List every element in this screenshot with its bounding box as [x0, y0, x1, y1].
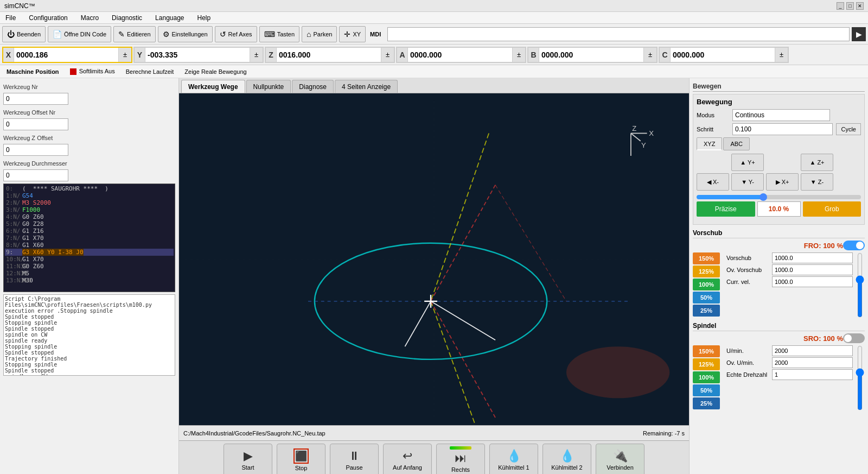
coord-b-plusminus[interactable]: ± — [643, 48, 656, 62]
gcode-line[interactable]: 7:N/G1 X70 — [5, 235, 174, 242]
echte-drehzahl-input[interactable] — [772, 369, 853, 380]
x-minus-button[interactable]: ◀ X- — [697, 173, 729, 191]
x-plus-button[interactable]: ▶ X+ — [766, 173, 799, 191]
vorschub-input[interactable] — [772, 252, 853, 263]
rechts-button[interactable]: ⏭ Rechts — [436, 444, 485, 475]
parken-button[interactable]: ⌂ Parken — [302, 26, 337, 42]
ref-axes-button[interactable]: ↺ Ref Axes — [215, 26, 257, 42]
menu-macro[interactable]: Macro — [78, 13, 102, 23]
menu-help[interactable]: Help — [194, 13, 214, 23]
coord-c-plusminus[interactable]: ± — [775, 48, 788, 62]
gcode-line[interactable]: 6:N/G1 Z16 — [5, 227, 174, 235]
maximize-button[interactable]: □ — [846, 2, 854, 10]
coolant1-icon: 💧 — [507, 449, 521, 463]
menu-diagnostic[interactable]: Diagnostic — [108, 13, 145, 23]
gcode-line[interactable]: 2:N/M3 S2000 — [5, 199, 174, 206]
berechne-laufzeit-btn[interactable]: Berechne Laufzeit — [124, 68, 176, 75]
menu-file[interactable]: File — [2, 13, 19, 23]
coord-z-plusminus[interactable]: ± — [381, 48, 394, 62]
vorschub-slider[interactable] — [855, 252, 865, 318]
zeige-reale-bewegung-btn[interactable]: Zeige Reale Bewegung — [182, 68, 248, 75]
umin-input[interactable] — [772, 345, 853, 356]
z-minus-button[interactable]: ▼ Z- — [801, 173, 833, 191]
spindel-50-button[interactable]: 50% — [693, 384, 720, 396]
close-button[interactable]: ✕ — [856, 2, 864, 10]
pause-button[interactable]: ⏸ Pause — [330, 444, 379, 475]
speed-slider[interactable] — [697, 195, 861, 199]
offne-din-code-button[interactable]: 📄 Öffne DIN Code — [48, 26, 111, 42]
gcode-line[interactable]: 12:N35M5 — [5, 270, 174, 277]
kuhlmittel1-button[interactable]: 💧 Kühlmittel 1 — [489, 444, 538, 475]
ov-vorschub-input[interactable] — [772, 264, 853, 275]
vorschub-25-button[interactable]: 25% — [693, 305, 720, 317]
viewport[interactable]: Z X Y — [179, 93, 689, 425]
softlimits-btn[interactable]: Softlimits Aus — [68, 67, 117, 75]
start-button[interactable]: ▶ Start — [224, 444, 272, 475]
vorschub-50-button[interactable]: 50% — [693, 292, 720, 304]
spindel-150-button[interactable]: 150% — [693, 345, 720, 357]
sro-toggle[interactable] — [843, 333, 865, 343]
stop-button[interactable]: ⬛ Stop — [277, 444, 326, 475]
gcode-line-active[interactable]: 9:G3 X60 Y0 I-38 J0 — [5, 249, 174, 256]
gcode-line[interactable]: 0:( **** SAUGROHR **** ) — [5, 185, 174, 192]
editieren-button[interactable]: ✎ Editieren — [113, 26, 155, 42]
minimize-button[interactable]: _ — [837, 2, 844, 10]
werkzeug-nr-input[interactable] — [3, 93, 68, 105]
precise-button[interactable]: Präzise — [697, 201, 755, 217]
gcode-line[interactable]: 10:N/G1 X70 — [5, 256, 174, 263]
modus-label: Modus — [697, 112, 729, 118]
mdi-go-button[interactable]: ▶ — [852, 27, 866, 41]
machine-position-btn[interactable]: Maschine Position — [4, 68, 61, 75]
y-minus-button[interactable]: ▼ Y- — [731, 173, 764, 191]
spindel-100-button[interactable]: 100% — [693, 371, 720, 383]
werkzeug-z-offset-input[interactable] — [3, 144, 68, 156]
einstellungen-button[interactable]: ⚙ Einstellungen — [158, 26, 213, 42]
ov-umin-input[interactable] — [772, 357, 853, 368]
menu-language[interactable]: Language — [152, 13, 187, 23]
tab-nullpunkte[interactable]: Nullpunkte — [246, 80, 291, 93]
gcode-line[interactable]: 1:N/G54 — [5, 192, 174, 199]
coord-x-plusminus[interactable]: ± — [118, 48, 131, 62]
verbinden-button[interactable]: 🔌 Verbinden — [596, 444, 644, 475]
coord-a: A 0000.000 ± — [396, 47, 526, 63]
werkzeug-durchmesser-input[interactable] — [3, 169, 68, 181]
vorschub-125-button[interactable]: 125% — [693, 266, 720, 277]
coord-y-plusminus[interactable]: ± — [250, 48, 263, 62]
auf-anfang-button[interactable]: ↩ Auf Anfang — [383, 444, 432, 475]
kuhlmittel2-button[interactable]: 💧 Kühlmittel 2 — [542, 444, 591, 475]
z-plus-button[interactable]: ▲ Z+ — [801, 154, 833, 171]
tab-werkzeug-wege[interactable]: Werkzeug Wege — [181, 80, 245, 93]
cycle-button[interactable]: Cycle — [836, 123, 861, 135]
coord-a-plusminus[interactable]: ± — [512, 48, 525, 62]
vorschub-150-button[interactable]: 150% — [693, 252, 720, 264]
gcode-line[interactable]: 11:N35G0 Z60 — [5, 263, 174, 270]
tab-xyz[interactable]: XYZ — [697, 137, 722, 150]
vorschub-100-button[interactable]: 100% — [693, 279, 720, 290]
gcode-line[interactable]: 13:N360M30 — [5, 277, 174, 284]
spindel-125-button[interactable]: 125% — [693, 358, 720, 370]
beenden-button[interactable]: ⏻ Beenden — [2, 26, 46, 42]
menu-configuration[interactable]: Configuration — [25, 13, 71, 23]
gcode-line[interactable]: 3:N/F1000 — [5, 206, 174, 213]
gcode-editor[interactable]: 0:( **** SAUGROHR **** ) 1:N/G54 2:N/M3 … — [3, 184, 175, 292]
gcode-line[interactable]: 4:N/G0 Z60 — [5, 213, 174, 220]
grob-button[interactable]: Grob — [803, 201, 861, 217]
schritt-input[interactable] — [732, 123, 833, 135]
curr-vel-label: Curr. vel. — [726, 279, 770, 285]
tab-abc[interactable]: ABC — [723, 137, 750, 150]
gcode-line[interactable]: 8:N/G1 X60 — [5, 242, 174, 249]
spindel-25-button[interactable]: 25% — [693, 397, 720, 409]
tasten-button[interactable]: ⌨ Tasten — [259, 26, 299, 42]
curr-vel-input[interactable] — [772, 276, 853, 287]
mdi-input[interactable] — [387, 27, 850, 41]
xy-button[interactable]: ✛ XY — [339, 26, 366, 42]
fro-toggle[interactable] — [843, 241, 865, 250]
gcode-line[interactable]: 5:N/G0 Z28 — [5, 220, 174, 227]
tab-4-seiten-anzeige[interactable]: 4 Seiten Anzeige — [335, 80, 398, 93]
y-plus-button[interactable]: ▲ Y+ — [731, 154, 764, 171]
werkzeug-offset-nr-input[interactable] — [3, 118, 68, 130]
modus-row: Modus — [697, 109, 861, 121]
tab-diagnose[interactable]: Diagnose — [292, 80, 334, 93]
modus-input[interactable] — [732, 109, 830, 121]
spindel-slider[interactable] — [855, 345, 865, 410]
